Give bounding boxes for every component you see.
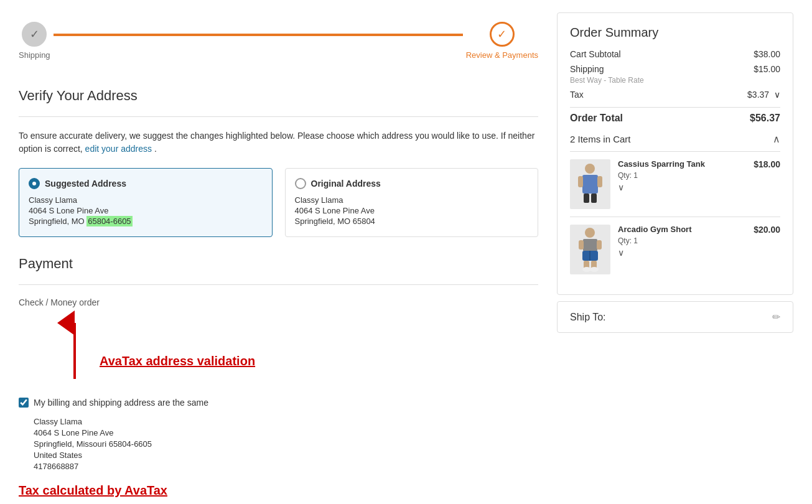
original-name: Classy Llama: [295, 195, 529, 205]
billing-name: Classy Llama: [34, 417, 538, 426]
order-summary: Order Summary Cart Subtotal $38.00 Shipp…: [557, 12, 793, 295]
suggested-zip-highlighted: 65804-6605: [86, 216, 132, 226]
suggested-radio: [29, 178, 40, 189]
title-divider: [19, 116, 538, 117]
payment-method: Check / Money order: [19, 297, 538, 307]
items-chevron-icon: ∧: [773, 133, 780, 145]
tax-annotation: Tax calculated by AvaTax: [19, 483, 538, 498]
cart-subtotal-row: Cart Subtotal $38.00: [570, 49, 780, 59]
svg-rect-3: [582, 175, 598, 194]
cart-subtotal-label: Cart Subtotal: [570, 49, 621, 59]
suggested-city: Springfield, MO 65804-6605: [29, 217, 263, 226]
shipping-row: Shipping $15.00: [570, 64, 780, 74]
shipping-label: Shipping: [570, 64, 604, 74]
svg-point-17: [590, 267, 599, 272]
original-city: Springfield, MO 65804: [295, 217, 529, 226]
ship-to-section: Ship To: ✏: [557, 301, 793, 333]
payment-title: Payment: [19, 256, 538, 272]
address-cards: Suggested Address Classy Llama 4064 S Lo…: [19, 168, 538, 237]
billing-phone: 4178668887: [34, 462, 538, 471]
svg-rect-10: [579, 240, 584, 250]
step-review-circle: ✓: [490, 22, 515, 47]
cart-item-2-price: $20.00: [754, 225, 780, 274]
items-in-cart-label: 2 Items in Cart: [570, 134, 631, 144]
svg-rect-4: [578, 176, 583, 187]
cart-item-1-qty: Qty: 1: [618, 171, 746, 180]
ship-to-label: Ship To:: [570, 312, 606, 323]
cart-item-1-image: [570, 159, 610, 209]
billing-same-label: My billing and shipping address are the …: [34, 398, 208, 408]
svg-point-2: [585, 164, 595, 174]
avatax-arrow-svg: [19, 317, 205, 385]
shorts-svg: [573, 226, 607, 273]
suggested-address-label: Suggested Address: [45, 179, 126, 189]
tax-chevron-icon: ∨: [774, 90, 780, 100]
page-title: Verify Your Address: [19, 88, 538, 104]
svg-rect-7: [591, 194, 597, 203]
billing-street: 4064 S Lone Pine Ave: [34, 428, 538, 437]
order-total-label: Order Total: [570, 113, 623, 124]
step-shipping-circle: ✓: [22, 22, 47, 47]
billing-address: Classy Llama 4064 S Lone Pine Ave Spring…: [19, 417, 538, 471]
payment-divider: [19, 284, 538, 285]
cart-item-2-image: [570, 225, 610, 274]
svg-rect-9: [583, 239, 597, 251]
suggested-name: Classy Llama: [29, 195, 263, 205]
original-radio: [295, 178, 306, 189]
order-summary-title: Order Summary: [570, 26, 780, 40]
sidebar: Order Summary Cart Subtotal $38.00 Shipp…: [557, 12, 793, 504]
tax-label-summary: Tax: [570, 90, 584, 100]
cart-item-1: Cassius Sparring Tank Qty: 1 ∨ $18.00: [570, 151, 780, 217]
step-shipping-label: Shipping: [19, 50, 50, 60]
suggested-address-card[interactable]: Suggested Address Classy Llama 4064 S Lo…: [19, 168, 273, 237]
edit-address-link[interactable]: edit your address: [85, 144, 152, 154]
billing-same-checkbox[interactable]: [19, 398, 29, 408]
billing-same-checkbox-row[interactable]: My billing and shipping address are the …: [19, 398, 538, 408]
cart-item-1-chevron[interactable]: ∨: [618, 182, 746, 192]
svg-rect-5: [597, 176, 602, 187]
shipping-method-row: Best Way - Table Rate: [570, 76, 780, 85]
cart-item-1-price: $18.00: [754, 159, 780, 209]
svg-rect-11: [597, 240, 602, 250]
cart-item-2-qty: Qty: 1: [618, 236, 746, 245]
svg-point-8: [585, 228, 595, 238]
step-review: ✓ Review & Payments: [466, 22, 538, 60]
cart-item-2-details: Arcadio Gym Short Qty: 1 ∨: [618, 225, 746, 274]
cart-item-2-chevron[interactable]: ∨: [618, 248, 746, 258]
tank-svg: [573, 162, 607, 206]
step-line-1: [54, 34, 463, 36]
billing-country: United States: [34, 450, 538, 460]
tax-row: Tax $3.37 ∨: [570, 90, 780, 100]
edit-ship-to-icon[interactable]: ✏: [772, 311, 780, 323]
order-total-value: $56.37: [750, 113, 780, 124]
step-review-label: Review & Payments: [466, 50, 538, 60]
cart-subtotal-value: $38.00: [754, 49, 780, 59]
avatax-label: AvaTax address validation: [100, 354, 255, 368]
original-address-label: Original Address: [311, 179, 381, 189]
original-address-header: Original Address: [295, 178, 529, 189]
original-street: 4064 S Lone Pine Ave: [295, 206, 529, 215]
cart-item-1-name: Cassius Sparring Tank: [618, 159, 746, 169]
shipping-method: Best Way - Table Rate: [570, 76, 644, 85]
tax-value: $3.37: [747, 90, 769, 100]
avatax-annotation-area: AvaTax address validation: [19, 317, 538, 391]
suggested-address-header: Suggested Address: [29, 178, 263, 189]
step-shipping: ✓ Shipping: [19, 22, 50, 60]
shipping-value: $15.00: [754, 64, 780, 74]
tax-value-wrapper: $3.37 ∨: [747, 90, 780, 100]
cart-item-2: Arcadio Gym Short Qty: 1 ∨ $20.00: [570, 217, 780, 282]
cart-item-2-name: Arcadio Gym Short: [618, 225, 746, 234]
suggested-street: 4064 S Lone Pine Ave: [29, 206, 263, 215]
progress-steps: ✓ Shipping ✓ Review & Payments: [19, 12, 538, 69]
svg-point-16: [582, 267, 591, 272]
original-address-card[interactable]: Original Address Classy Llama 4064 S Lon…: [285, 168, 539, 237]
order-total-row: Order Total $56.37: [570, 107, 780, 124]
billing-city: Springfield, Missouri 65804-6605: [34, 439, 538, 449]
cart-item-1-details: Cassius Sparring Tank Qty: 1 ∨: [618, 159, 746, 209]
description-text: To ensure accurate delivery, we suggest …: [19, 129, 538, 156]
items-in-cart-header[interactable]: 2 Items in Cart ∧: [570, 133, 780, 145]
svg-rect-6: [584, 194, 589, 203]
